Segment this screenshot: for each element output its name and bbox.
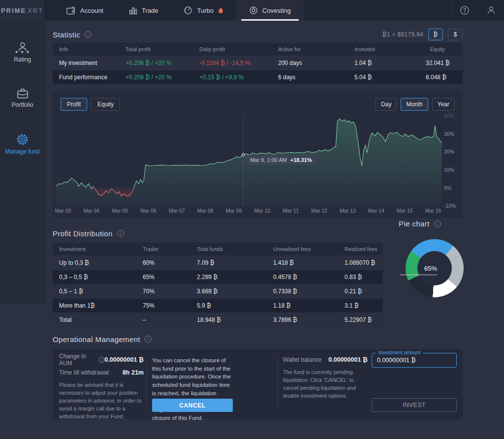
time-till-withdrawal-row: Time till withdrawal 8h 21m (59, 369, 144, 376)
cell: 5.22907 ₿ (338, 316, 383, 323)
logo[interactable]: PRIME XBT (0, 0, 45, 21)
cancel-button[interactable]: CANCEL (152, 399, 233, 412)
cell: 0.7338 ₿ (267, 288, 338, 295)
y-tick-label: 10% (444, 167, 454, 173)
cell: 60% (136, 259, 190, 266)
cell: 0,3 – 0,5 ₿ (53, 274, 136, 281)
tooltip-date: Mar 9, 1:00 AM (250, 157, 287, 163)
cell-equity: 6.048 ₿ (419, 74, 464, 81)
x-tick-label: Mar 05 (112, 208, 128, 214)
pie-percent-label: 65% (412, 265, 437, 272)
cancel-note: You can cancel the closure of this fund … (152, 356, 233, 422)
tab-account[interactable]: Account (54, 0, 116, 21)
y-tick-label: 40% (444, 113, 454, 119)
table-row: Fund performance +0.208 ₿ / +20 % +0.15 … (53, 70, 463, 84)
logo-xbt: XBT (28, 7, 43, 14)
cell: Total (53, 316, 136, 323)
info-icon[interactable]: i (117, 230, 124, 237)
cell: 1.418 ₿ (267, 259, 338, 266)
cell: 70% (136, 288, 190, 295)
tab-turbo[interactable]: Turbo (171, 0, 236, 21)
chart-profit-button[interactable]: Profit (61, 98, 87, 111)
table-row: Up to 0,3 ₿ 60% 7.09 ₿ 1.418 ₿ 1.089070 … (53, 256, 383, 270)
x-tick-label: Mar 04 (83, 208, 99, 214)
pie-callout-line (400, 275, 437, 275)
cell: 65% (136, 274, 190, 281)
investment-amount-field: Investment amount (372, 353, 457, 368)
covesting-icon (249, 6, 258, 15)
pie-chart-block: Pie chart i 65% (399, 220, 464, 325)
col-header: Total funds (190, 246, 267, 252)
profit-distribution-table: Investment Trader Total funds Unrealized… (53, 243, 383, 327)
col-header: Total profit (119, 46, 193, 52)
sidebar-item-portfolio[interactable]: Portfolio (0, 88, 45, 108)
range-year-button[interactable]: Year (432, 98, 455, 111)
y-tick-label: -10% (444, 203, 456, 209)
wallet-balance-label: Wallet balance (283, 356, 321, 363)
sidebar-item-rating[interactable]: ★ ★ ★ Rating (0, 42, 45, 63)
cell: 0.21 ₿ (338, 288, 383, 295)
portfolio-icon (16, 88, 29, 99)
currency-usd-button[interactable]: $ (448, 29, 463, 40)
change-in-aum-label: Change in AUM i (59, 353, 104, 367)
time-till-withdrawal-label: Time till withdrawal (59, 369, 109, 376)
sidebar-item-manage-fund[interactable]: Manage fund (0, 133, 45, 155)
gear-icon (16, 133, 29, 146)
table-row-total: Total – 18.948 ₿ 3.7896 ₿ 5.22907 ₿ (53, 313, 383, 327)
cell: 1.089070 ₿ (338, 259, 383, 266)
divider (277, 356, 278, 411)
btc-rate: ₿1 = $8179,94 (382, 31, 423, 38)
y-tick-label: 20% (444, 149, 454, 155)
table-row: More than 1₿ 75% 5.9 ₿ 1.18 ₿ 3.1 ₿ (53, 299, 383, 313)
divider (146, 356, 147, 411)
help-button[interactable] (451, 0, 477, 21)
info-icon[interactable]: i (85, 31, 92, 38)
cell: 5.9 ₿ (190, 302, 267, 309)
x-tick-label: Mar 08 (197, 208, 214, 214)
cell-total-profit: +0.208 ₿ / +20 % (119, 60, 193, 66)
help-icon (460, 5, 470, 15)
cancel-column: You can cancel the closure of this fund … (152, 349, 233, 419)
tab-label: Turbo (197, 7, 213, 14)
x-tick-label: Mar 16 (425, 208, 441, 214)
sidebar-item-label: Portfolio (11, 101, 33, 108)
tab-covesting[interactable]: Covesting (236, 0, 304, 21)
cell: 1.18 ₿ (267, 302, 338, 309)
cell: More than 1₿ (53, 302, 136, 309)
change-in-aum-value: 0.00000001 ₿ (104, 356, 144, 363)
col-header: Trader (136, 246, 190, 252)
info-icon[interactable]: i (99, 357, 104, 363)
chart-equity-button[interactable]: Equity (91, 98, 120, 111)
profit-distribution-title: Profit Distribution (53, 229, 113, 238)
chart-tooltip: Mar 9, 1:00 AM +18.31% (246, 155, 315, 165)
investment-amount-label: Investment amount (376, 350, 423, 355)
x-tick-label: Mar 12 (311, 208, 327, 214)
top-nav: PRIME XBT Account Trade Turbo Covesting (0, 0, 504, 21)
cell-active-for: 200 days (272, 60, 348, 66)
info-icon[interactable]: i (434, 220, 441, 227)
range-month-button[interactable]: Month (401, 98, 428, 111)
cell: 18.948 ₿ (190, 316, 267, 323)
col-header: Equity (419, 46, 463, 52)
cell: 3.669 ₿ (190, 288, 267, 295)
tab-trade[interactable]: Trade (116, 0, 171, 21)
profile-button[interactable] (477, 0, 504, 21)
statistic-title: Statistic (53, 31, 80, 39)
x-tick-label: Mar 06 (140, 208, 157, 214)
invest-button[interactable]: INVEST (372, 398, 457, 412)
col-header: Invested (348, 46, 419, 52)
turbo-gauge-icon (184, 6, 192, 15)
statistic-header: Statistic i ₿1 = $8179,94 ₿ $ (53, 29, 463, 40)
nav-tabs: Account Trade Turbo Covesting (54, 0, 304, 21)
info-icon[interactable]: i (145, 336, 152, 343)
cell-total-profit: +0.208 ₿ / +20 % (119, 74, 193, 81)
wallet-column: Wallet balance 0.00000001 ₿ The fund is … (283, 349, 368, 400)
range-day-button[interactable]: Day (376, 98, 397, 111)
cell-invested: 1.04 ₿ (348, 60, 419, 66)
sidebar-item-label: Manage fund (5, 148, 39, 155)
operational-management-title: Operational Management (53, 335, 140, 344)
covesting-page: PRIME XBT Account Trade Turbo Covesting (0, 0, 504, 439)
cell: 7.09 ₿ (190, 259, 267, 266)
currency-btc-button[interactable]: ₿ (428, 29, 443, 40)
aum-column: Change in AUM i 0.00000001 ₿ Time till w… (59, 349, 144, 421)
